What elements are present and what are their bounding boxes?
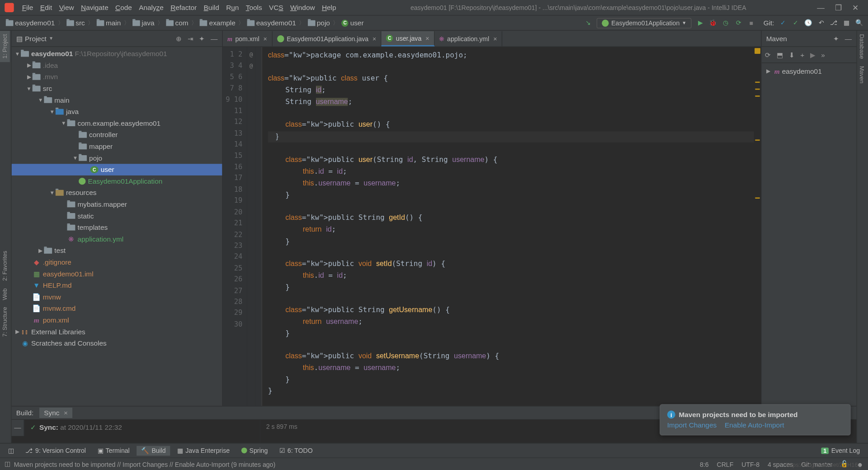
encoding[interactable]: UTF-8 xyxy=(741,461,760,467)
build-tree-icon[interactable]: — xyxy=(14,423,21,432)
tree-main[interactable]: ▼main xyxy=(12,95,222,106)
maven-more-icon[interactable]: » xyxy=(821,51,825,59)
build-icon[interactable]: ↘ xyxy=(584,19,592,27)
locate-icon[interactable]: ⊕ xyxy=(176,34,182,43)
tool-terminal[interactable]: ▣ Terminal xyxy=(93,446,134,456)
menu-file[interactable]: File xyxy=(19,4,37,12)
tab-application-yml[interactable]: ❋application.yml× xyxy=(434,31,502,46)
menu-tools[interactable]: Tools xyxy=(242,4,265,12)
project-tree[interactable]: ▼easydemo01 F:\1Repository\jt\easydemo01… xyxy=(12,47,222,443)
crumb-pojo[interactable]: pojo xyxy=(307,19,331,27)
tool-todo[interactable]: ☑ 6: TODO xyxy=(275,446,317,456)
git-update-icon[interactable]: ✓ xyxy=(779,19,787,27)
crumb-java[interactable]: java xyxy=(131,19,156,27)
tool-structure[interactable]: 7: Structure xyxy=(0,304,10,341)
crumb-project[interactable]: easydemo01 xyxy=(5,19,56,27)
maven-reload-icon[interactable]: ⟳ xyxy=(765,51,771,59)
maximize-button[interactable]: ❐ xyxy=(835,3,842,12)
menu-build[interactable]: Build xyxy=(200,4,223,12)
maven-project-row[interactable]: ▶measydemo01 xyxy=(765,66,853,77)
maven-download-icon[interactable]: ⬇ xyxy=(789,51,795,59)
error-stripe[interactable] xyxy=(754,47,761,430)
menu-view[interactable]: View xyxy=(56,4,77,12)
code-content[interactable]: class="kw">package com.example.easydemo0… xyxy=(262,47,754,430)
debug-button[interactable]: 🐞 xyxy=(709,19,717,27)
tool-project[interactable]: 1: Project xyxy=(0,31,10,62)
tree-user[interactable]: Cuser xyxy=(12,164,222,176)
menu-vcs[interactable]: VCS xyxy=(265,4,287,12)
run-config-selector[interactable]: Easydemo01Application ▼ xyxy=(597,18,692,28)
crumb-easydemo01[interactable]: easydemo01 xyxy=(246,19,297,27)
import-changes-link[interactable]: Import Changes xyxy=(667,421,717,429)
close-icon[interactable]: × xyxy=(425,35,429,42)
tool-web[interactable]: Web xyxy=(0,285,10,303)
folding-gutter[interactable] xyxy=(255,47,262,430)
crumb-example[interactable]: example xyxy=(199,19,237,27)
tree-static[interactable]: static xyxy=(12,210,222,222)
crumb-user[interactable]: Cuser xyxy=(340,19,365,27)
run-button[interactable]: ▶ xyxy=(696,19,704,27)
tool-version-control[interactable]: ⎇ 9: Version Control xyxy=(21,446,90,456)
tree-templates[interactable]: templates xyxy=(12,222,222,233)
stop-button[interactable]: ■ xyxy=(747,19,755,27)
tree-src[interactable]: ▼src xyxy=(12,83,222,95)
profile-button[interactable]: ⟳ xyxy=(735,19,743,27)
git-branch-icon[interactable]: ⎇ xyxy=(830,19,838,27)
tree-application-class[interactable]: Easydemo01Application xyxy=(12,176,222,187)
tree-mapper[interactable]: mapper xyxy=(12,141,222,152)
tool-java-enterprise[interactable]: ▦ Java Enterprise xyxy=(173,446,234,456)
tool-maven[interactable]: Maven xyxy=(857,62,867,87)
tool-database[interactable]: Database xyxy=(857,31,867,62)
tab-application-class[interactable]: Easydemo01Application.java× xyxy=(272,31,382,46)
menu-run[interactable]: Run xyxy=(222,4,242,12)
caret-position[interactable]: 8:6 xyxy=(700,461,709,467)
tree-package[interactable]: ▼com.example.easydemo01 xyxy=(12,118,222,129)
tree-application-yml[interactable]: ❋application.yml xyxy=(12,233,222,245)
tree-pom[interactable]: mpom.xml xyxy=(12,314,222,326)
menu-window[interactable]: Window xyxy=(287,4,318,12)
tree-test[interactable]: ▶test xyxy=(12,245,222,256)
editor-body[interactable]: 1 2 3 4 5 6 7 8 9 10 11 12 13 14 15 16 1… xyxy=(223,47,761,430)
tree-gitignore[interactable]: ◆.gitignore xyxy=(12,256,222,268)
tree-mvn[interactable]: ▶.mvn xyxy=(12,71,222,83)
tab-user[interactable]: Cuser.java× xyxy=(382,31,434,46)
crumb-src[interactable]: src xyxy=(65,19,86,27)
tree-mvnw-cmd[interactable]: 📄mvnw.cmd xyxy=(12,303,222,314)
crumb-main[interactable]: main xyxy=(95,19,122,27)
ide-update-icon[interactable]: ▦ xyxy=(843,19,851,27)
minimize-button[interactable]: — xyxy=(817,3,825,12)
search-icon[interactable]: 🔍 xyxy=(855,19,863,27)
tree-scratches[interactable]: ◉Scratches and Consoles xyxy=(12,337,222,349)
crumb-com[interactable]: com xyxy=(165,19,189,27)
maven-add-icon[interactable]: + xyxy=(800,51,804,59)
menu-analyze[interactable]: Analyze xyxy=(135,4,167,12)
collapse-icon[interactable]: ⇥ xyxy=(188,34,193,43)
tree-mvnw[interactable]: 📄mvnw xyxy=(12,291,222,303)
maven-run-icon[interactable]: ▶ xyxy=(810,51,816,59)
enable-auto-import-link[interactable]: Enable Auto-Import xyxy=(725,421,784,429)
tree-idea[interactable]: ▶.idea xyxy=(12,60,222,71)
tool-spring[interactable]: Spring xyxy=(236,446,272,455)
tree-help[interactable]: ▼HELP.md xyxy=(12,280,222,291)
tool-build[interactable]: 🔨 Build xyxy=(137,446,170,456)
maven-tree[interactable]: ▶measydemo01 xyxy=(761,63,856,80)
git-revert-icon[interactable]: ↶ xyxy=(817,19,825,27)
tab-pom[interactable]: mpom.xml× xyxy=(223,31,273,46)
maven-generate-icon[interactable]: ⬒ xyxy=(777,51,783,59)
maven-hide-icon[interactable]: — xyxy=(845,34,852,43)
build-sync-tab[interactable]: Sync × xyxy=(39,408,72,418)
event-log-button[interactable]: 1 Event Log xyxy=(816,446,864,455)
settings-icon[interactable]: ✦ xyxy=(199,34,205,43)
close-button[interactable]: ✕ xyxy=(852,3,859,12)
close-icon[interactable]: × xyxy=(493,35,497,42)
tree-iml[interactable]: ▦easydemo01.iml xyxy=(12,268,222,280)
tool-favorites[interactable]: 2: Favorites xyxy=(0,247,10,285)
tree-resources[interactable]: ▼resources xyxy=(12,187,222,199)
status-icon[interactable]: ◫ xyxy=(5,461,10,468)
menu-edit[interactable]: Edit xyxy=(37,4,56,12)
git-commit-icon[interactable]: ✓ xyxy=(792,19,800,27)
tree-java[interactable]: ▼java xyxy=(12,106,222,118)
close-icon[interactable]: × xyxy=(373,35,376,42)
menu-help[interactable]: Help xyxy=(318,4,340,12)
tree-mybatis-mapper[interactable]: mybatis.mapper xyxy=(12,199,222,210)
